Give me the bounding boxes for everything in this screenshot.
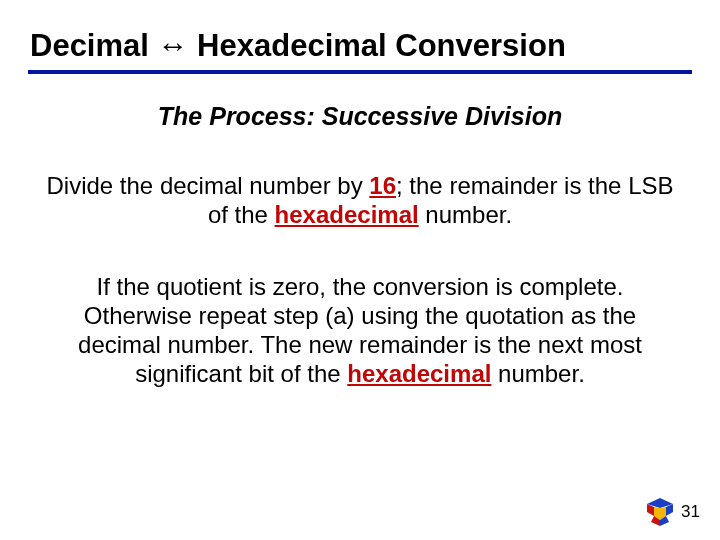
hexadecimal-word-1: hexadecimal	[275, 201, 419, 228]
logo-icon	[645, 498, 675, 526]
para1-pre: Divide the decimal number by	[46, 172, 369, 199]
slide-title: Decimal ↔ Hexadecimal Conversion	[28, 28, 692, 70]
paragraph-step-b: If the quotient is zero, the conversion …	[40, 272, 680, 389]
para1-post: number.	[419, 201, 512, 228]
footer: 31	[645, 498, 700, 526]
paragraph-step-a: Divide the decimal number by 16; the rem…	[38, 171, 682, 230]
divisor-16: 16	[369, 172, 396, 199]
para2-post: number.	[491, 360, 584, 387]
hexadecimal-word-2: hexadecimal	[347, 360, 491, 387]
slide: Decimal ↔ Hexadecimal Conversion The Pro…	[0, 0, 720, 540]
page-number: 31	[681, 502, 700, 522]
title-underline	[28, 70, 692, 74]
slide-subtitle: The Process: Successive Division	[28, 102, 692, 131]
